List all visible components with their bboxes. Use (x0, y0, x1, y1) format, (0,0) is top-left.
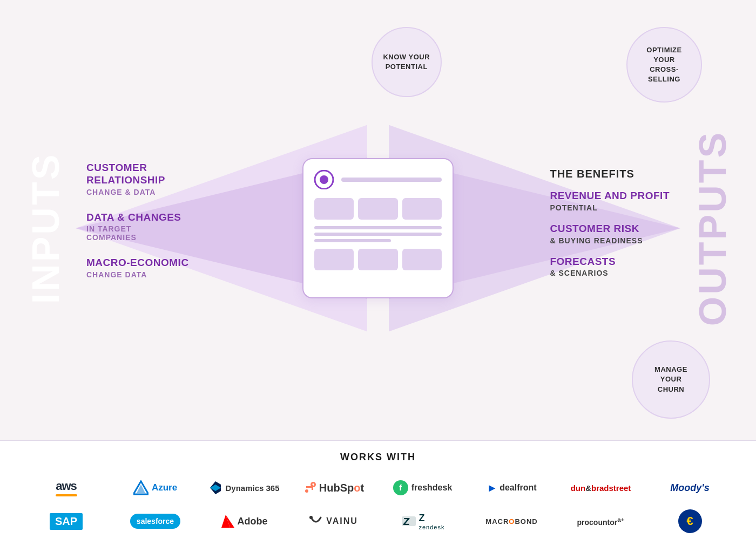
input-subtitle-data: IN TARGETCOMPANIES (86, 225, 189, 242)
dun-text: dun&bradstreet (571, 483, 631, 493)
adobe-logo-mark: Adobe (221, 515, 268, 528)
bubble-optimize-text: OPTIMIZEYOURCROSS-SELLING (646, 45, 681, 85)
dealfront-logo-mark: ► dealfront (487, 482, 536, 494)
bubble-know-text: KNOW YOUR POTENTIAL (373, 52, 441, 72)
bubble-optimize: OPTIMIZEYOURCROSS-SELLING (626, 27, 702, 103)
inputs-label: INPUTS (24, 153, 68, 304)
works-with-section: WORKS WITH aws Azure (0, 440, 756, 559)
aws-logo-mark: aws (56, 479, 77, 496)
moodys-text: Moody's (670, 482, 709, 494)
input-item-data: DATA & CHANGES IN TARGETCOMPANIES (86, 212, 189, 242)
benefit-forecasts-sub: & SCENARIOS (550, 269, 670, 278)
logo-procountor: procountora+ (556, 507, 645, 535)
card-cell-3 (402, 198, 442, 220)
card-cell-5 (358, 249, 397, 270)
svg-rect-11 (306, 486, 313, 488)
logo-dealfront: ► dealfront (467, 474, 556, 502)
macrobond-text: MACROBOND (485, 517, 537, 526)
euro-icon: € (678, 509, 702, 533)
card-text-line-1 (314, 226, 442, 229)
card-cell-4 (314, 249, 354, 270)
logo-vainu: VAINU (289, 507, 378, 535)
benefit-revenue: REVENUE AND PROFIT POTENTIAL (550, 190, 670, 212)
benefit-forecasts: FORECASTS & SCENARIOS (550, 256, 670, 278)
benefit-risk-title: CUSTOMER RISK (550, 223, 670, 235)
card-app-icon (314, 170, 334, 189)
card-cell-1 (314, 198, 354, 220)
diagram-area: INPUTS OUTPUTS CUSTOMERRELATIONSHIP CHAN… (16, 16, 740, 440)
aws-text: aws (56, 479, 77, 493)
logos-row-2: SAP salesforce Adobe VAINU (22, 507, 734, 535)
logo-zendesk: Z Z Z zendesk (378, 507, 467, 535)
adobe-icon (221, 515, 234, 528)
benefit-risk-sub: & BUYING READINESS (550, 236, 670, 245)
zendesk-logo-mark: Z Z Z zendesk (401, 513, 445, 530)
aws-bar (56, 494, 77, 496)
dynamics-icon (209, 480, 222, 495)
zendesk-inner: Z Z Z zendesk (401, 513, 445, 530)
input-title-data: DATA & CHANGES (86, 212, 189, 224)
svg-point-15 (309, 516, 313, 519)
card-grid-bottom (314, 249, 442, 270)
input-subtitle-crm: CHANGE & DATA (86, 188, 189, 196)
hubspot-icon (303, 481, 317, 495)
zendesk-text-block: Z zendesk (419, 513, 445, 530)
svg-point-12 (305, 489, 308, 493)
bubble-know-potential: KNOW YOUR POTENTIAL (372, 27, 442, 97)
input-title-macro: MACRO-ECONOMIC (86, 257, 189, 270)
logo-sap: SAP (22, 507, 111, 535)
logos-row-1: aws Azure Dynamics 365 (22, 474, 734, 502)
logo-hubspot: HubSpot (289, 474, 378, 502)
benefit-risk: CUSTOMER RISK & BUYING READINESS (550, 223, 670, 245)
card-text-line-3 (314, 239, 391, 242)
card-header (314, 170, 442, 189)
works-with-title: WORKS WITH (22, 452, 734, 463)
benefits-section: THE BENEFITS REVENUE AND PROFIT POTENTIA… (550, 168, 670, 288)
hubspot-text: HubSpot (319, 482, 364, 494)
vainu-icon (309, 514, 323, 528)
zendesk-icon: Z Z (401, 513, 417, 529)
input-items-container: CUSTOMERRELATIONSHIP CHANGE & DATA DATA … (86, 162, 189, 294)
logo-euro: € (645, 507, 734, 535)
logo-macrobond: MACROBOND (467, 507, 556, 535)
zendesk-z-letter: Z (419, 513, 445, 524)
logo-azure: Azure (111, 474, 200, 502)
azure-logo-mark: Azure (133, 480, 177, 495)
svg-point-5 (320, 175, 328, 184)
dynamics-text: Dynamics 365 (225, 483, 279, 493)
outputs-label: OUTPUTS (691, 131, 734, 326)
card-cell-6 (402, 249, 442, 270)
vainu-text: VAINU (326, 516, 358, 526)
card-cell-2 (358, 198, 397, 220)
card-header-line (341, 178, 442, 182)
input-title-crm: CUSTOMERRELATIONSHIP (86, 162, 189, 187)
vainu-logo-mark: VAINU (309, 514, 358, 528)
center-mockup-card (302, 158, 454, 298)
benefit-revenue-sub: POTENTIAL (550, 203, 670, 212)
salesforce-text: salesforce (130, 514, 180, 529)
logo-salesforce: salesforce (111, 507, 200, 535)
benefit-revenue-title: REVENUE AND PROFIT (550, 190, 670, 202)
input-item-crm: CUSTOMERRELATIONSHIP CHANGE & DATA (86, 162, 189, 196)
card-text-lines (314, 226, 442, 242)
input-subtitle-macro: CHANGE DATA (86, 271, 189, 280)
card-text-line-2 (314, 233, 442, 236)
azure-icon (133, 480, 148, 495)
input-item-macro: MACRO-ECONOMIC CHANGE DATA (86, 257, 189, 280)
benefit-forecasts-title: FORECASTS (550, 256, 670, 268)
freshdesk-logo-mark: f freshdesk (393, 480, 453, 495)
freshdesk-icon: f (393, 480, 408, 495)
dealfront-text: dealfront (500, 483, 536, 493)
freshdesk-text: freshdesk (411, 483, 453, 493)
logo-adobe: Adobe (200, 507, 289, 535)
sap-text: SAP (50, 513, 83, 530)
azure-text: Azure (152, 482, 177, 493)
bubble-churn-text: MANAGEYOURCHURN (654, 365, 687, 394)
dealfront-icon: ► (487, 482, 497, 494)
logo-dynamics: Dynamics 365 (200, 474, 289, 502)
procountor-text: procountora+ (577, 516, 625, 527)
dynamics-logo-mark: Dynamics 365 (209, 480, 279, 495)
benefits-title: THE BENEFITS (550, 168, 670, 180)
logo-dun: dun&bradstreet (556, 474, 645, 502)
logo-freshdesk: f freshdesk (378, 474, 467, 502)
